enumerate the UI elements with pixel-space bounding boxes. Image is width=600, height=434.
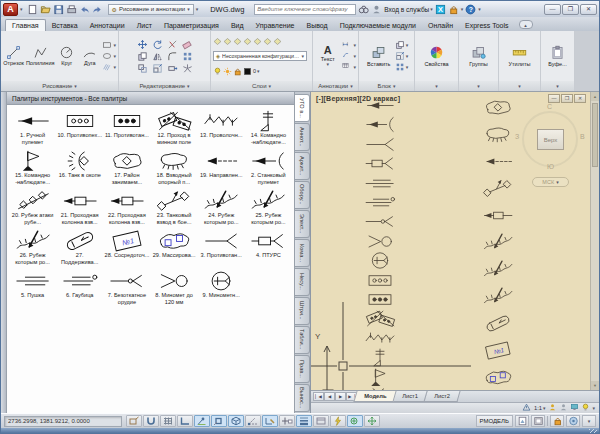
edit-scale-button[interactable]	[150, 62, 165, 74]
block-mini-ecopy[interactable]: ▾	[395, 40, 409, 50]
palette-tool-28[interactable]: 8. Миномет до 120 мм	[151, 270, 198, 307]
viewcube-west[interactable]: З	[515, 133, 519, 140]
ribbon-tab-3[interactable]: Аннотации	[84, 20, 131, 31]
vertical-scrollbar[interactable]: ▲ ▼	[590, 92, 599, 390]
layout-nav-first-button[interactable]: ▏◀	[313, 392, 324, 401]
layout-nav-prev-button[interactable]: ◀	[324, 392, 335, 401]
drawing-symbol-right-6[interactable]	[481, 233, 515, 252]
layer-config-dropdown[interactable]: ◈ Несохраненная конфигурация сло ▾	[213, 51, 307, 61]
edit-mirror-button[interactable]	[150, 50, 165, 62]
search-binoculars-icon[interactable]	[358, 4, 369, 15]
qat-caret-icon[interactable]: ▾	[196, 7, 199, 12]
layout-nav-next-button[interactable]: ▶	[335, 392, 346, 401]
doc-minimize-button[interactable]: —	[548, 94, 560, 103]
panel-layers-label[interactable]: Слои▾	[211, 81, 312, 91]
help-caret-icon[interactable]: ▾	[478, 7, 481, 12]
palette-tool-9[interactable]: 17. Район занимаем...	[103, 150, 150, 187]
draw-polyline-button[interactable]: Полилиния	[26, 45, 54, 66]
edit-rot-button[interactable]	[150, 38, 165, 50]
toggle-am[interactable]	[364, 415, 380, 427]
layer-tool-button-1[interactable]	[213, 32, 222, 50]
palette-tab-4[interactable]: Обору...	[295, 181, 310, 209]
edit-fillet-button[interactable]	[165, 50, 180, 62]
toggle-polar[interactable]	[194, 415, 210, 427]
palette-tool-21[interactable]: №128. Сосредоточ...	[103, 230, 150, 267]
palette-tool-22[interactable]: 29. Массирова...	[151, 230, 198, 267]
edit-offset-button[interactable]	[135, 62, 150, 74]
palette-tool-11[interactable]: 19. Направлен...	[198, 150, 245, 187]
clipboard-button[interactable]: Буфе...	[544, 45, 572, 67]
coordinate-readout[interactable]: 2736.2998, 1381.9212, 0.0000	[4, 416, 122, 427]
draw-mini-mhatch[interactable]: ▾	[102, 62, 116, 72]
ribbon-tab-2[interactable]: Вставка	[46, 20, 84, 31]
palette-tool-10[interactable]: 18. Взводный опорный п...	[151, 150, 198, 187]
layer-tool-button-7[interactable]	[273, 32, 282, 50]
ribbon-tab-10[interactable]: Онлайн	[422, 20, 459, 31]
layer-tool-button-3[interactable]	[233, 32, 242, 50]
drawing-symbol-right-3[interactable]	[481, 152, 515, 171]
palette-tab-5[interactable]: Элект...	[295, 210, 310, 238]
palette-tool-18[interactable]: 25. Рубеж которым ро...	[245, 190, 292, 227]
lock-caret-icon[interactable]: ▾	[461, 7, 464, 12]
palette-tab-7[interactable]: Несу...	[295, 268, 310, 296]
toggle-grid[interactable]	[160, 415, 176, 427]
toggle-sc[interactable]	[347, 415, 363, 427]
model-space-button[interactable]: РМОДЕЛЬ	[476, 415, 513, 427]
draw-arc-button[interactable]: Дуга	[79, 45, 100, 66]
viewcube-wcs-menu[interactable]: МСК▾	[532, 177, 569, 187]
drawing-symbol-left-6[interactable]	[363, 193, 397, 212]
panel-block-label[interactable]: Блок▾	[359, 81, 414, 91]
palette-tool-26[interactable]: 6. Гаубица	[56, 270, 103, 307]
draw-mini-mrect[interactable]: ▾	[102, 40, 116, 50]
toggle-ortho[interactable]	[177, 415, 193, 427]
layer-tool-button-2[interactable]	[223, 32, 232, 50]
palette-tool-13[interactable]: 20. Рубеж атаки рубе...	[9, 190, 56, 227]
status-menu-button[interactable]: ▾	[582, 415, 596, 427]
model-tab-button[interactable]	[515, 415, 529, 427]
help-icon[interactable]: ?	[465, 4, 476, 15]
palette-tool-3[interactable]: 11. Противотан...	[103, 110, 150, 147]
lock-icon[interactable]	[448, 4, 459, 15]
ribbon-tab-8[interactable]: Вывод	[301, 20, 334, 31]
viewcube-north[interactable]: С	[547, 103, 552, 110]
palette-tab-10[interactable]: Прав...	[295, 355, 310, 383]
panel-clipboard-label[interactable]: ▾	[541, 81, 574, 91]
status-tray-caret-icon[interactable]: ▾	[592, 406, 595, 411]
annotation-scale-button[interactable]: 1:1▾	[533, 404, 547, 412]
autocad-logo-icon[interactable]: A	[3, 3, 18, 16]
layout-tab-3[interactable]: Лист2	[424, 391, 461, 402]
palette-tool-4[interactable]: 12. Проход в минном поле	[151, 110, 198, 147]
block-mini-earray[interactable]: ▾	[395, 62, 409, 72]
restore-button[interactable]: ❐	[562, 4, 579, 15]
annotate-mini-atable[interactable]: ▾	[342, 62, 356, 72]
drawing-symbol-left-10[interactable]	[363, 271, 397, 290]
drawing-symbol-left-5[interactable]	[363, 174, 397, 193]
layer-thaw-button[interactable]	[223, 62, 232, 80]
block-mini-escale[interactable]: ▾	[395, 51, 409, 61]
palette-tab-6[interactable]: Кома...	[295, 239, 310, 267]
palette-tool-2[interactable]: 10. Противопех...	[56, 110, 103, 147]
layer-on-button[interactable]	[213, 62, 222, 80]
palette-tool-29[interactable]: 9. Минометн...	[198, 270, 245, 307]
layer-lock-button[interactable]	[233, 62, 242, 80]
workspace-switcher[interactable]: ⚙ Рисование и аннотации ▾	[108, 4, 194, 15]
panel-draw-label[interactable]: Рисование▾	[1, 81, 118, 91]
layer-color-swatch-button[interactable]	[243, 62, 252, 80]
drawing-canvas[interactable]: [-][Верхняя][2D каркас] — ❐ ✕ С Ю З В Ве…	[311, 92, 599, 391]
layer-tool-button-4[interactable]	[243, 32, 252, 50]
palette-tool-23[interactable]: 3. Противотан...	[198, 230, 245, 267]
drawing-symbol-right-5[interactable]	[481, 206, 515, 225]
drawing-symbol-right-1[interactable]	[481, 98, 515, 117]
exchange-icon[interactable]: X	[435, 4, 446, 15]
toggle-infer[interactable]	[126, 415, 142, 427]
toggle-tpy[interactable]	[313, 415, 329, 427]
panel-groups-label[interactable]: ▾	[459, 81, 498, 91]
draw-line-button[interactable]: Отрезок	[3, 45, 24, 66]
toggle-otrack[interactable]	[245, 415, 261, 427]
ribbon-tab-7[interactable]: Управление	[250, 20, 301, 31]
ribbon-minimize-button[interactable]: ▴	[519, 20, 533, 29]
properties-button[interactable]: Свойства	[423, 45, 451, 67]
panel-annotate-label[interactable]: Аннотации▾	[313, 81, 358, 91]
panel-edit-label[interactable]: Редактирование▾	[119, 81, 210, 91]
toggle-qp[interactable]	[330, 415, 346, 427]
